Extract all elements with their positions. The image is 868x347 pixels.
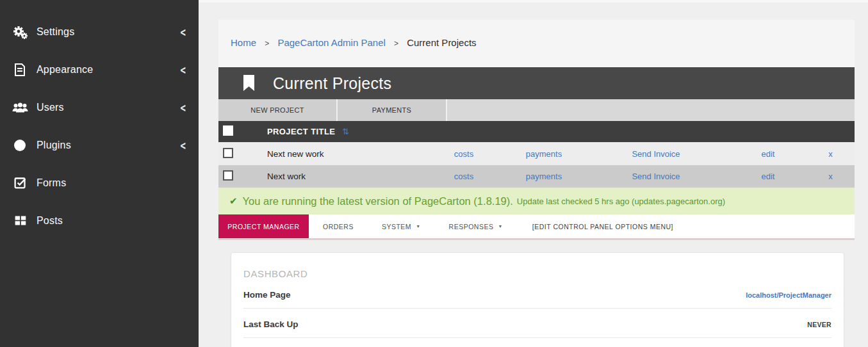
new-project-button[interactable]: NEW PROJECT xyxy=(218,99,338,121)
sort-icon[interactable]: ⇅ xyxy=(342,127,349,136)
dashboard-title: DASHBOARD xyxy=(243,268,831,279)
edit-link[interactable]: edit xyxy=(730,172,807,181)
delete-link[interactable]: x xyxy=(807,149,855,159)
sidebar-item-forms[interactable]: Forms xyxy=(0,164,199,202)
notice-main-text: You are running the latest version of Pa… xyxy=(243,195,513,207)
page-header: Current Projects xyxy=(218,67,855,99)
payments-link[interactable]: payments xyxy=(505,172,582,181)
sidebar: Settings < Appearance < xyxy=(0,0,199,347)
tab-label: SYSTEM xyxy=(382,223,411,230)
send-invoice-link[interactable]: Send Invoice xyxy=(582,172,730,181)
home-page-label: Home Page xyxy=(243,290,291,300)
last-back-up-value: NEVER xyxy=(807,321,831,328)
row-checkbox[interactable] xyxy=(223,148,233,158)
bookmark-icon xyxy=(243,75,255,92)
last-back-up-label: Last Back Up xyxy=(243,319,299,329)
main-area: Home > PageCarton Admin Panel > Current … xyxy=(199,0,868,347)
breadcrumb-current: Current Projects xyxy=(407,37,476,48)
caret-down-icon: ▼ xyxy=(416,224,420,229)
users-icon xyxy=(10,101,29,115)
circle-icon xyxy=(10,138,29,152)
payments-button[interactable]: PAYMENTS xyxy=(338,99,447,121)
send-invoice-link[interactable]: Send Invoice xyxy=(582,149,730,159)
content-column: Home > PageCarton Admin Panel > Current … xyxy=(218,20,855,347)
sidebar-item-posts[interactable]: Posts xyxy=(0,202,199,239)
select-all-checkbox[interactable] xyxy=(223,125,233,136)
sidebar-item-label: Appearance xyxy=(37,64,93,76)
costs-link[interactable]: costs xyxy=(422,149,505,159)
grid-icon xyxy=(10,214,29,227)
dashboard-row-home-page: Home Page localhost/ProjectManager xyxy=(243,279,831,309)
breadcrumb-separator: > xyxy=(394,39,398,48)
sidebar-item-settings[interactable]: Settings < xyxy=(0,13,199,51)
tab-system[interactable]: SYSTEM ▼ xyxy=(368,214,435,238)
sidebar-item-appearance[interactable]: Appearance < xyxy=(0,51,199,88)
document-icon xyxy=(10,63,29,77)
check-square-icon xyxy=(10,176,29,190)
gears-icon xyxy=(10,24,29,40)
chevron-left-icon: < xyxy=(181,138,186,152)
sidebar-item-label: Forms xyxy=(37,177,66,189)
breadcrumb-admin-panel-link[interactable]: PageCarton Admin Panel xyxy=(277,37,385,48)
costs-link[interactable]: costs xyxy=(422,172,505,181)
chevron-left-icon: < xyxy=(181,101,186,115)
project-title-cell: Next new work xyxy=(263,149,422,159)
tab-label: RESPONSES xyxy=(449,223,494,230)
sidebar-item-label: Plugins xyxy=(37,140,71,151)
project-title-cell: Next work xyxy=(263,172,422,181)
breadcrumb: Home > PageCarton Admin Panel > Current … xyxy=(218,20,855,67)
tab-orders[interactable]: ORDERS xyxy=(309,214,368,238)
column-header-project-title: PROJECT TITLE xyxy=(267,127,335,136)
breadcrumb-separator: > xyxy=(265,39,269,48)
edit-link[interactable]: edit xyxy=(730,149,807,159)
check-icon: ✔ xyxy=(229,195,238,207)
home-page-link[interactable]: localhost/ProjectManager xyxy=(746,291,831,299)
top-strip xyxy=(199,0,868,3)
page-title: Current Projects xyxy=(273,74,391,93)
table-header: PROJECT TITLE ⇅ xyxy=(218,121,855,142)
dashboard-card: DASHBOARD Home Page localhost/ProjectMan… xyxy=(231,252,844,347)
chevron-left-icon: < xyxy=(181,63,186,77)
version-notice: ✔ You are running the latest version of … xyxy=(218,188,855,214)
sidebar-item-label: Posts xyxy=(37,215,63,227)
notice-secondary-text: Update last checked 5 hrs ago (updates.p… xyxy=(517,197,725,206)
sidebar-item-plugins[interactable]: Plugins < xyxy=(0,126,199,164)
payments-link[interactable]: payments xyxy=(505,149,582,159)
dashboard-row-last-back-up: Last Back Up NEVER xyxy=(243,309,831,338)
table-row: Next work costs payments Send Invoice ed… xyxy=(218,165,855,188)
caret-down-icon: ▼ xyxy=(498,224,502,229)
tab-project-manager[interactable]: PROJECT MANAGER xyxy=(218,214,309,238)
sidebar-item-label: Users xyxy=(37,102,64,113)
breadcrumb-home-link[interactable]: Home xyxy=(231,37,256,48)
delete-link[interactable]: x xyxy=(807,172,855,181)
sidebar-item-users[interactable]: Users < xyxy=(0,88,199,126)
tab-bar: PROJECT MANAGER ORDERS SYSTEM ▼ RESPONSE… xyxy=(218,214,855,240)
tab-edit-control-panel-options[interactable]: [EDIT CONTROL PANEL OPTIONS MENU] xyxy=(518,214,687,238)
tab-responses[interactable]: RESPONSES ▼ xyxy=(435,214,517,238)
sidebar-item-label: Settings xyxy=(37,26,74,38)
toolbar: NEW PROJECT PAYMENTS xyxy=(218,99,855,121)
row-checkbox[interactable] xyxy=(223,170,233,181)
table-row: Next new work costs payments Send Invoic… xyxy=(218,142,855,165)
chevron-left-icon: < xyxy=(181,25,186,39)
